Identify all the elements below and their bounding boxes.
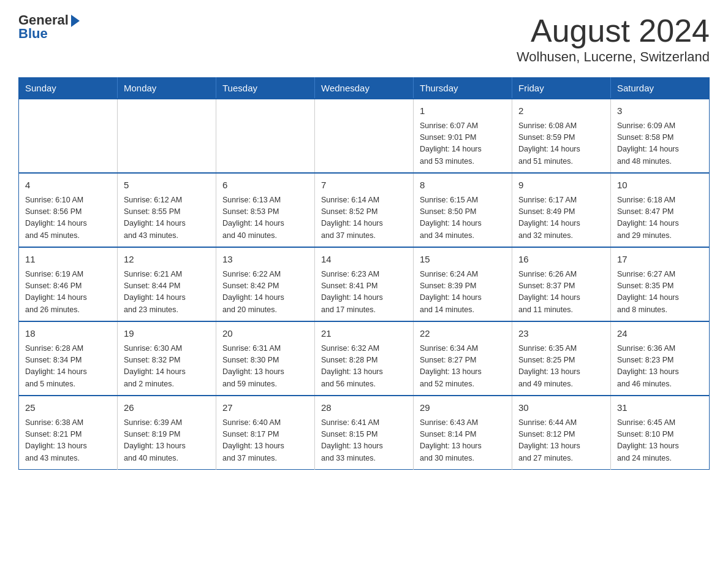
day-info: Sunrise: 6:22 AM Sunset: 8:42 PM Dayligh… [222, 269, 308, 316]
day-cell: 27Sunrise: 6:40 AM Sunset: 8:17 PM Dayli… [216, 396, 315, 470]
month-title: August 2024 [517, 12, 710, 49]
day-number: 20 [222, 327, 308, 341]
day-number: 25 [25, 401, 111, 415]
day-info: Sunrise: 6:21 AM Sunset: 8:44 PM Dayligh… [124, 269, 210, 316]
day-info: Sunrise: 6:28 AM Sunset: 8:34 PM Dayligh… [25, 343, 111, 391]
logo-blue-text: Blue [18, 26, 48, 42]
day-info: Sunrise: 6:17 AM Sunset: 8:49 PM Dayligh… [518, 194, 604, 242]
day-number: 2 [518, 104, 604, 118]
day-number: 14 [321, 253, 407, 267]
day-cell [19, 99, 118, 173]
day-info: Sunrise: 6:32 AM Sunset: 8:28 PM Dayligh… [321, 343, 407, 391]
day-cell: 1Sunrise: 6:07 AM Sunset: 9:01 PM Daylig… [414, 99, 512, 173]
day-info: Sunrise: 6:43 AM Sunset: 8:14 PM Dayligh… [420, 417, 506, 465]
weekday-header-row: SundayMondayTuesdayWednesdayThursdayFrid… [19, 78, 710, 99]
day-info: Sunrise: 6:12 AM Sunset: 8:55 PM Dayligh… [124, 194, 210, 242]
day-cell [315, 99, 414, 173]
day-number: 8 [420, 178, 506, 193]
day-info: Sunrise: 6:07 AM Sunset: 9:01 PM Dayligh… [420, 120, 506, 168]
day-info: Sunrise: 6:30 AM Sunset: 8:32 PM Dayligh… [124, 343, 210, 391]
location: Wolhusen, Lucerne, Switzerland [517, 49, 710, 65]
logo: General Blue [18, 12, 80, 42]
weekday-wednesday: Wednesday [315, 78, 414, 99]
day-number: 4 [25, 178, 111, 193]
day-cell: 8Sunrise: 6:15 AM Sunset: 8:50 PM Daylig… [414, 173, 512, 247]
day-info: Sunrise: 6:23 AM Sunset: 8:41 PM Dayligh… [321, 269, 407, 316]
day-info: Sunrise: 6:44 AM Sunset: 8:12 PM Dayligh… [518, 417, 604, 465]
day-info: Sunrise: 6:27 AM Sunset: 8:35 PM Dayligh… [617, 269, 703, 316]
day-number: 17 [617, 253, 703, 267]
week-row-5: 25Sunrise: 6:38 AM Sunset: 8:21 PM Dayli… [19, 396, 710, 470]
day-cell: 15Sunrise: 6:24 AM Sunset: 8:39 PM Dayli… [414, 247, 512, 321]
calendar-header: SundayMondayTuesdayWednesdayThursdayFrid… [19, 78, 710, 99]
day-cell: 17Sunrise: 6:27 AM Sunset: 8:35 PM Dayli… [611, 247, 710, 321]
day-cell: 18Sunrise: 6:28 AM Sunset: 8:34 PM Dayli… [19, 321, 118, 396]
day-cell: 26Sunrise: 6:39 AM Sunset: 8:19 PM Dayli… [118, 396, 216, 470]
day-cell: 30Sunrise: 6:44 AM Sunset: 8:12 PM Dayli… [512, 396, 611, 470]
day-cell: 25Sunrise: 6:38 AM Sunset: 8:21 PM Dayli… [19, 396, 118, 470]
day-cell: 6Sunrise: 6:13 AM Sunset: 8:53 PM Daylig… [216, 173, 315, 247]
weekday-saturday: Saturday [611, 78, 710, 99]
day-info: Sunrise: 6:09 AM Sunset: 8:58 PM Dayligh… [617, 120, 703, 168]
day-cell: 23Sunrise: 6:35 AM Sunset: 8:25 PM Dayli… [512, 321, 611, 396]
day-number: 1 [420, 104, 506, 118]
day-info: Sunrise: 6:41 AM Sunset: 8:15 PM Dayligh… [321, 417, 407, 465]
day-cell [216, 99, 315, 173]
weekday-monday: Monday [118, 78, 216, 99]
day-cell: 4Sunrise: 6:10 AM Sunset: 8:56 PM Daylig… [19, 173, 118, 247]
day-number: 9 [518, 178, 604, 193]
day-cell: 16Sunrise: 6:26 AM Sunset: 8:37 PM Dayli… [512, 247, 611, 321]
weekday-thursday: Thursday [414, 78, 512, 99]
day-info: Sunrise: 6:45 AM Sunset: 8:10 PM Dayligh… [617, 417, 703, 465]
calendar-table: SundayMondayTuesdayWednesdayThursdayFrid… [18, 77, 710, 470]
day-cell: 3Sunrise: 6:09 AM Sunset: 8:58 PM Daylig… [611, 99, 710, 173]
day-cell: 14Sunrise: 6:23 AM Sunset: 8:41 PM Dayli… [315, 247, 414, 321]
day-info: Sunrise: 6:19 AM Sunset: 8:46 PM Dayligh… [25, 269, 111, 316]
page-header: General Blue August 2024 Wolhusen, Lucer… [18, 12, 710, 65]
day-info: Sunrise: 6:26 AM Sunset: 8:37 PM Dayligh… [518, 269, 604, 316]
day-number: 30 [518, 401, 604, 415]
day-number: 22 [420, 327, 506, 341]
day-number: 12 [124, 253, 210, 267]
day-cell: 7Sunrise: 6:14 AM Sunset: 8:52 PM Daylig… [315, 173, 414, 247]
weekday-tuesday: Tuesday [216, 78, 315, 99]
title-section: August 2024 Wolhusen, Lucerne, Switzerla… [517, 12, 710, 65]
day-number: 26 [124, 401, 210, 415]
day-info: Sunrise: 6:08 AM Sunset: 8:59 PM Dayligh… [518, 120, 604, 168]
day-cell: 13Sunrise: 6:22 AM Sunset: 8:42 PM Dayli… [216, 247, 315, 321]
logo-arrow-icon [71, 15, 80, 27]
day-number: 19 [124, 327, 210, 341]
day-info: Sunrise: 6:15 AM Sunset: 8:50 PM Dayligh… [420, 194, 506, 242]
day-cell: 11Sunrise: 6:19 AM Sunset: 8:46 PM Dayli… [19, 247, 118, 321]
day-info: Sunrise: 6:36 AM Sunset: 8:23 PM Dayligh… [617, 343, 703, 391]
day-info: Sunrise: 6:24 AM Sunset: 8:39 PM Dayligh… [420, 269, 506, 316]
weekday-sunday: Sunday [19, 78, 118, 99]
day-number: 11 [25, 253, 111, 267]
day-cell [118, 99, 216, 173]
day-cell: 24Sunrise: 6:36 AM Sunset: 8:23 PM Dayli… [611, 321, 710, 396]
day-cell: 5Sunrise: 6:12 AM Sunset: 8:55 PM Daylig… [118, 173, 216, 247]
day-cell: 31Sunrise: 6:45 AM Sunset: 8:10 PM Dayli… [611, 396, 710, 470]
week-row-4: 18Sunrise: 6:28 AM Sunset: 8:34 PM Dayli… [19, 321, 710, 396]
day-number: 13 [222, 253, 308, 267]
week-row-1: 1Sunrise: 6:07 AM Sunset: 9:01 PM Daylig… [19, 99, 710, 173]
day-number: 3 [617, 104, 703, 118]
day-number: 16 [518, 253, 604, 267]
day-number: 28 [321, 401, 407, 415]
day-cell: 20Sunrise: 6:31 AM Sunset: 8:30 PM Dayli… [216, 321, 315, 396]
day-number: 29 [420, 401, 506, 415]
day-info: Sunrise: 6:38 AM Sunset: 8:21 PM Dayligh… [25, 417, 111, 465]
week-row-2: 4Sunrise: 6:10 AM Sunset: 8:56 PM Daylig… [19, 173, 710, 247]
day-number: 6 [222, 178, 308, 193]
day-cell: 19Sunrise: 6:30 AM Sunset: 8:32 PM Dayli… [118, 321, 216, 396]
day-cell: 21Sunrise: 6:32 AM Sunset: 8:28 PM Dayli… [315, 321, 414, 396]
day-cell: 9Sunrise: 6:17 AM Sunset: 8:49 PM Daylig… [512, 173, 611, 247]
day-info: Sunrise: 6:10 AM Sunset: 8:56 PM Dayligh… [25, 194, 111, 242]
day-number: 10 [617, 178, 703, 193]
calendar-body: 1Sunrise: 6:07 AM Sunset: 9:01 PM Daylig… [19, 99, 710, 470]
day-cell: 12Sunrise: 6:21 AM Sunset: 8:44 PM Dayli… [118, 247, 216, 321]
day-cell: 28Sunrise: 6:41 AM Sunset: 8:15 PM Dayli… [315, 396, 414, 470]
day-number: 7 [321, 178, 407, 193]
day-number: 24 [617, 327, 703, 341]
day-info: Sunrise: 6:34 AM Sunset: 8:27 PM Dayligh… [420, 343, 506, 391]
